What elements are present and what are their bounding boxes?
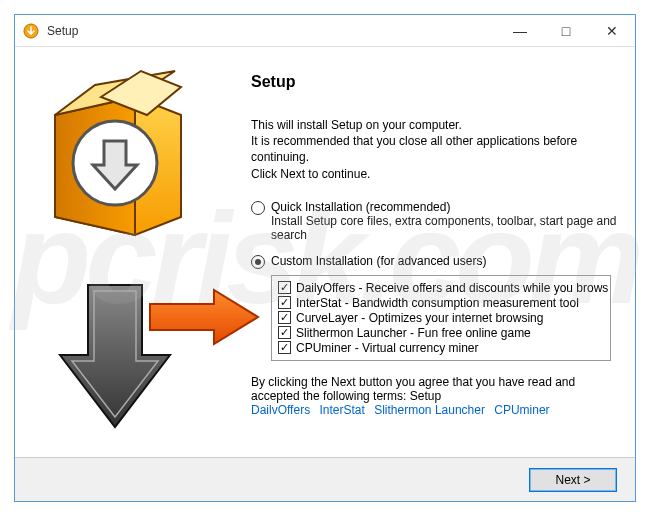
custom-install-option: Custom Installation (for advanced users) bbox=[251, 254, 627, 269]
minimize-button[interactable]: — bbox=[497, 15, 543, 47]
component-checkbox[interactable] bbox=[278, 281, 291, 294]
component-checkbox[interactable] bbox=[278, 341, 291, 354]
window-title: Setup bbox=[47, 24, 78, 38]
page-title: Setup bbox=[251, 73, 627, 91]
component-label: InterStat - Bandwidth consumption measur… bbox=[296, 296, 579, 310]
component-label: CurveLayer - Optimizes your internet bro… bbox=[296, 311, 543, 325]
component-item: CurveLayer - Optimizes your internet bro… bbox=[278, 311, 604, 325]
custom-install-label: Custom Installation (for advanced users) bbox=[271, 254, 627, 268]
terms-link[interactable]: InterStat bbox=[319, 403, 364, 417]
components-list: DailyOffers - Receive offers and discoun… bbox=[271, 275, 611, 361]
close-button[interactable]: ✕ bbox=[589, 15, 635, 47]
download-arrow-icon bbox=[50, 277, 180, 447]
component-label: Slithermon Launcher - Fun free online ga… bbox=[296, 326, 531, 340]
titlebar: Setup — □ ✕ bbox=[15, 15, 635, 47]
terms-links: DailvOffers InterStat Slithermon Launche… bbox=[251, 403, 627, 417]
maximize-button[interactable]: □ bbox=[543, 15, 589, 47]
window: Setup — □ ✕ bbox=[14, 14, 636, 502]
component-checkbox[interactable] bbox=[278, 311, 291, 324]
component-checkbox[interactable] bbox=[278, 296, 291, 309]
quick-install-option: Quick Installation (recommended) Install… bbox=[251, 200, 627, 242]
intro-line: Click Next to continue. bbox=[251, 166, 627, 182]
quick-install-radio[interactable] bbox=[251, 201, 265, 215]
window-controls: — □ ✕ bbox=[497, 15, 635, 47]
quick-install-desc: Install Setup core files, extra componen… bbox=[271, 214, 627, 242]
quick-install-label: Quick Installation (recommended) bbox=[271, 200, 627, 214]
terms-text: By clicking the Next button you agree th… bbox=[251, 375, 627, 389]
footer-bar: Next > bbox=[15, 457, 635, 501]
component-item: InterStat - Bandwidth consumption measur… bbox=[278, 296, 604, 310]
content-area: Setup This will install Setup on your co… bbox=[15, 47, 635, 457]
right-panel: Setup This will install Setup on your co… bbox=[215, 47, 635, 457]
intro-line: This will install Setup on your computer… bbox=[251, 117, 627, 133]
component-item: Slithermon Launcher - Fun free online ga… bbox=[278, 326, 604, 340]
component-label: CPUminer - Virtual currency miner bbox=[296, 341, 479, 355]
intro-line: It is recommended that you close all oth… bbox=[251, 133, 627, 165]
component-item: CPUminer - Virtual currency miner bbox=[278, 341, 604, 355]
app-icon bbox=[23, 23, 39, 39]
terms-text: accepted the following terms: Setup bbox=[251, 389, 627, 403]
custom-install-radio[interactable] bbox=[251, 255, 265, 269]
component-checkbox[interactable] bbox=[278, 326, 291, 339]
intro-text: This will install Setup on your computer… bbox=[251, 117, 627, 182]
component-item: DailyOffers - Receive offers and discoun… bbox=[278, 281, 604, 295]
terms-link[interactable]: CPUminer bbox=[494, 403, 549, 417]
component-label: DailyOffers - Receive offers and discoun… bbox=[296, 281, 608, 295]
next-button[interactable]: Next > bbox=[529, 468, 617, 492]
terms-link[interactable]: Slithermon Launcher bbox=[374, 403, 485, 417]
terms-link[interactable]: DailvOffers bbox=[251, 403, 310, 417]
package-icon bbox=[33, 67, 198, 257]
terms-block: By clicking the Next button you agree th… bbox=[251, 375, 627, 417]
left-panel bbox=[15, 47, 215, 457]
